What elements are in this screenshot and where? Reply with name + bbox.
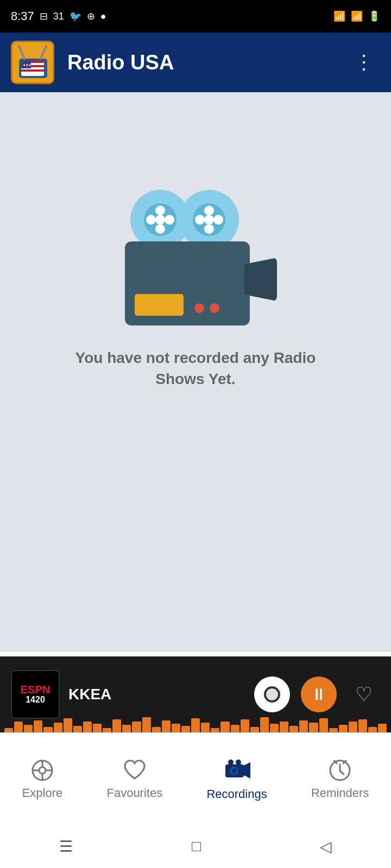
player-controls: ⏸ ♡ <box>254 676 380 712</box>
nav-back-button[interactable]: ◁ <box>320 838 332 856</box>
calendar-icon: 31 <box>53 11 64 22</box>
share-icon: ⊕ <box>87 10 95 22</box>
nav-home-button[interactable]: □ <box>192 838 201 855</box>
status-left: 8:37 ⊟ 31 🐦 ⊕ ● <box>11 9 106 23</box>
battery-icon: 🔋 <box>368 10 380 22</box>
record-icon <box>264 686 280 703</box>
svg-point-10 <box>39 767 46 774</box>
now-playing-bar: ESPN 1420 KKEA ⏸ ♡ <box>0 656 391 732</box>
app-logo: ★★★ <box>11 41 54 84</box>
espn-top-label: ESPN <box>21 684 50 695</box>
pause-icon: ⏸ <box>311 685 327 704</box>
camera-lens <box>135 294 184 316</box>
nav-menu-button[interactable]: ☰ <box>59 838 73 856</box>
svg-line-1 <box>19 46 24 59</box>
nav-favourites-label: Favourites <box>106 786 162 800</box>
svg-rect-6 <box>21 69 44 72</box>
svg-point-19 <box>228 760 234 765</box>
heart-icon: ♡ <box>355 683 373 706</box>
status-time: 8:37 <box>11 9 34 23</box>
svg-line-23 <box>340 771 344 774</box>
favourites-icon <box>122 758 147 783</box>
nav-favourites[interactable]: Favourites <box>96 752 173 806</box>
nav-reminders[interactable]: Reminders <box>300 752 380 806</box>
film-reel-right <box>179 190 239 250</box>
record-button[interactable] <box>254 676 290 712</box>
nav-reminders-label: Reminders <box>311 786 369 800</box>
status-right: 📶 📶 🔋 <box>333 10 380 22</box>
nav-explore[interactable]: Explore <box>11 752 74 806</box>
camera-body <box>125 241 250 326</box>
dot-icon: ● <box>100 11 106 22</box>
station-name: KKEA <box>68 686 245 703</box>
favorite-button[interactable]: ♡ <box>348 678 380 711</box>
twitter-icon: 🐦 <box>70 10 81 22</box>
svg-text:★★★: ★★★ <box>23 63 31 67</box>
empty-state: You have not recorded any Radio Shows Ye… <box>60 190 331 390</box>
main-content: You have not recorded any Radio Shows Ye… <box>0 92 391 716</box>
system-nav: ☰ □ ◁ <box>0 825 391 868</box>
station-logo: ESPN 1420 <box>11 670 60 719</box>
recordings-icon <box>223 757 250 784</box>
reminders-icon <box>327 758 352 783</box>
svg-line-2 <box>41 46 46 59</box>
app-bar: ★★★ Radio USA ⋮ <box>0 33 391 92</box>
pause-button[interactable]: ⏸ <box>301 676 337 712</box>
empty-state-illustration <box>119 190 272 326</box>
status-bar: 8:37 ⊟ 31 🐦 ⊕ ● 📶 📶 🔋 <box>0 0 391 33</box>
svg-marker-16 <box>244 762 250 778</box>
empty-state-message: You have not recorded any Radio Shows Ye… <box>60 347 331 390</box>
nav-recordings-label: Recordings <box>206 787 267 801</box>
svg-point-20 <box>236 760 241 765</box>
msg-icon: ⊟ <box>40 10 48 22</box>
waveform <box>0 717 391 732</box>
bottom-nav: Explore Favourites Recordings <box>0 732 391 825</box>
espn-bottom-label: 1420 <box>26 695 45 705</box>
svg-point-18 <box>232 769 236 773</box>
more-options-button[interactable]: ⋮ <box>349 46 380 79</box>
nav-recordings[interactable]: Recordings <box>195 751 278 807</box>
app-title: Radio USA <box>67 51 349 74</box>
explore-icon <box>30 758 55 783</box>
camera-viewfinder <box>244 258 277 301</box>
nav-explore-label: Explore <box>22 786 63 800</box>
signal-icon: 📶 <box>351 10 363 22</box>
camera-dots <box>194 303 219 313</box>
wifi-icon: 📶 <box>333 10 345 22</box>
